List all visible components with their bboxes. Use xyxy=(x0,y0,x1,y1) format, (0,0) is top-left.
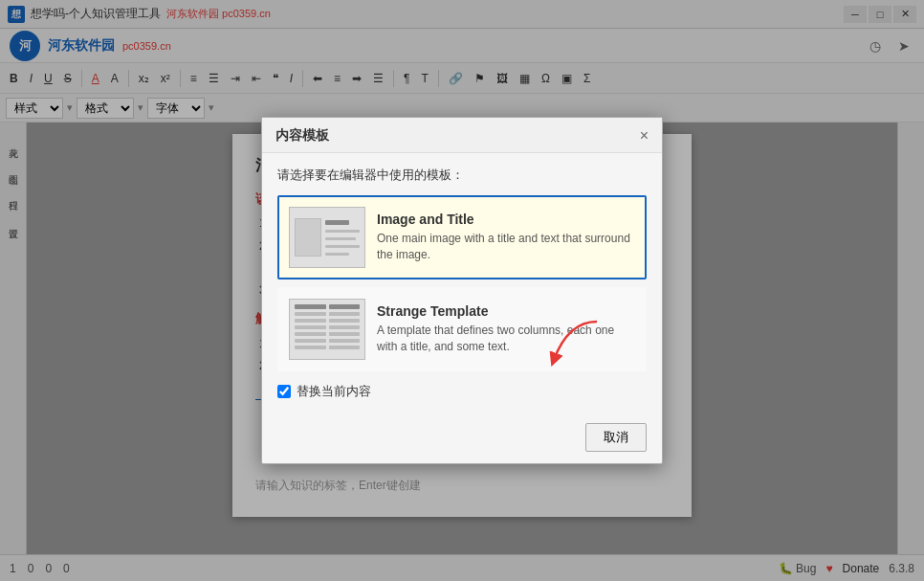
preview-line xyxy=(325,237,356,240)
preview-lines xyxy=(325,220,360,256)
checkbox-row: 替换当前内容 xyxy=(277,383,647,400)
template-desc: One main image with a title and text tha… xyxy=(377,231,635,263)
preview-col-right xyxy=(329,304,361,354)
dialog-footer: 取消 xyxy=(262,413,662,463)
col-line xyxy=(329,339,361,343)
col-line xyxy=(295,319,326,323)
col-line xyxy=(295,339,326,343)
preview-line xyxy=(325,253,349,256)
template-info-image-title: Image and Title One main image with a ti… xyxy=(377,212,635,263)
dialog-close-button[interactable]: × xyxy=(640,128,649,144)
modal-overlay: 内容模板 × 请选择要在编辑器中使用的模板： xyxy=(0,0,924,581)
template-item-strange[interactable]: Strange Template A template that defines… xyxy=(277,287,647,371)
col-line xyxy=(329,332,361,336)
template-name: Image and Title xyxy=(377,212,635,227)
preview-img-box xyxy=(295,218,321,257)
dialog-body: 请选择要在编辑器中使用的模板： xyxy=(262,153,662,413)
col-line xyxy=(295,312,326,316)
template-preview-strange xyxy=(289,299,365,360)
col-line xyxy=(329,304,361,309)
col-line xyxy=(329,346,361,349)
col-line xyxy=(295,304,326,309)
col-line xyxy=(329,319,361,323)
dialog-instruction: 请选择要在编辑器中使用的模板： xyxy=(277,167,647,184)
preview-col-left xyxy=(295,304,326,354)
replace-content-label[interactable]: 替换当前内容 xyxy=(297,383,371,400)
template-list: Image and Title One main image with a ti… xyxy=(277,195,647,371)
red-arrow xyxy=(539,312,616,371)
col-line xyxy=(329,312,361,316)
template-preview-image-title xyxy=(289,207,365,268)
replace-content-checkbox[interactable] xyxy=(277,385,291,398)
preview-line xyxy=(325,230,360,233)
dialog-title: 内容模板 xyxy=(275,127,329,145)
preview-line xyxy=(325,220,349,225)
content-template-dialog: 内容模板 × 请选择要在编辑器中使用的模板： xyxy=(261,117,663,464)
col-line xyxy=(295,325,326,329)
dialog-header: 内容模板 × xyxy=(262,118,662,153)
template-item-image-title[interactable]: Image and Title One main image with a ti… xyxy=(277,195,647,279)
col-line xyxy=(295,346,326,349)
preview-line xyxy=(325,245,360,248)
preview-two-col xyxy=(295,304,360,354)
col-line xyxy=(329,325,361,329)
cancel-button[interactable]: 取消 xyxy=(585,423,647,452)
col-line xyxy=(295,332,326,336)
